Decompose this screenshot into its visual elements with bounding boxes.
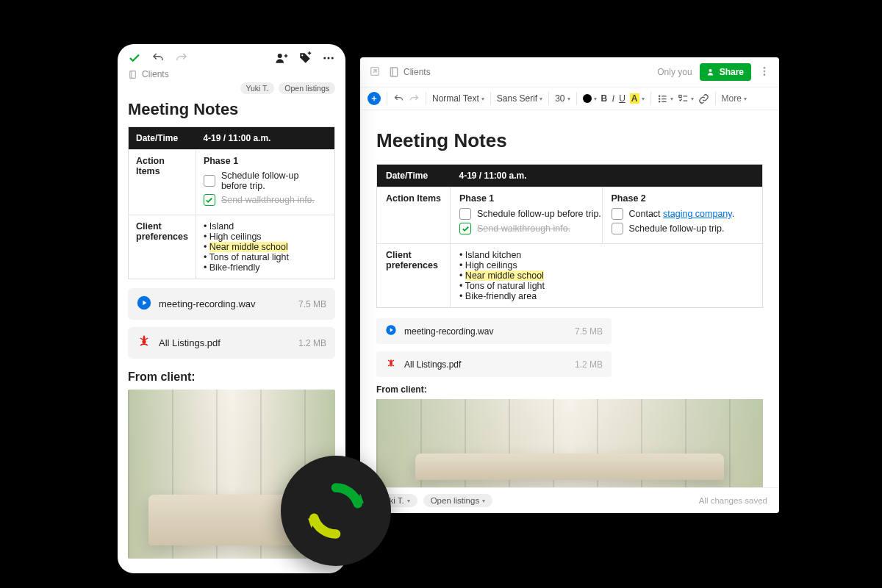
task-row[interactable]: Schedule follow-up before trip. [459, 208, 602, 220]
tag-pill[interactable]: Open listings▾ [423, 494, 492, 507]
note-title[interactable]: Meeting Notes [376, 129, 763, 152]
play-icon[interactable] [137, 295, 151, 312]
overflow-menu-icon[interactable] [322, 51, 335, 65]
insert-button[interactable] [368, 92, 381, 105]
paragraph-style-select[interactable]: Normal Text▾ [432, 93, 484, 104]
desktop-note-view: Clients Only you Share Normal Text▾ [360, 57, 779, 513]
attachment-name: meeting-recording.wav [404, 326, 567, 337]
font-size-select[interactable]: 30▾ [555, 93, 570, 104]
client-photo[interactable] [376, 399, 763, 487]
svg-point-11 [764, 67, 766, 69]
client-prefs-label: Client preferences [377, 244, 451, 308]
task-text: Schedule follow-up trip. [629, 223, 725, 234]
task-row[interactable]: Schedule follow-up trip. [612, 223, 754, 234]
attachment-audio[interactable]: meeting-recording.wav 7.5 MB [376, 318, 612, 344]
header-datetime-value: 4-19 / 11:00 a.m. [451, 165, 763, 187]
note-body[interactable]: Meeting Notes Date/Time 4-19 / 11:00 a.m… [360, 110, 779, 487]
breadcrumb[interactable]: Clients [388, 66, 431, 78]
attachment-pdf[interactable]: All Listings.pdf 1.2 MB [376, 351, 612, 377]
list-item: High ceilings [204, 232, 327, 242]
mobile-tag-row: Yuki T. Open listings [118, 82, 345, 98]
tag-pill[interactable]: Yuki T. [240, 82, 275, 94]
expand-icon[interactable] [369, 65, 381, 79]
breadcrumb-label: Clients [142, 69, 169, 79]
checkbox-unchecked-icon[interactable] [204, 175, 215, 187]
more-formatting-button[interactable]: More▾ [722, 93, 747, 104]
share-person-icon [707, 68, 716, 76]
list-item: Tons of natural light [459, 281, 753, 291]
share-button[interactable]: Share [700, 63, 751, 81]
breadcrumb[interactable]: Clients [118, 68, 345, 82]
desktop-header: Clients Only you Share [360, 57, 779, 87]
svg-point-2 [323, 57, 326, 60]
font-family-select[interactable]: Sans Serif▾ [497, 93, 542, 104]
pdf-icon [137, 334, 151, 351]
add-person-icon[interactable] [275, 51, 288, 65]
attachment-name: meeting-recording.wav [159, 298, 291, 309]
task-row[interactable]: Contact staging company. [612, 208, 754, 220]
list-item: Near middle school [459, 270, 753, 281]
checklist-icon[interactable]: ▾ [678, 93, 694, 104]
redo-icon[interactable] [409, 93, 420, 104]
tag-pill[interactable]: Open listings [279, 82, 335, 94]
mobile-toolbar [118, 44, 345, 68]
undo-icon[interactable] [151, 51, 165, 65]
sync-badge [281, 456, 391, 566]
checkbox-unchecked-icon[interactable] [459, 208, 471, 220]
checkbox-unchecked-icon[interactable] [612, 208, 623, 220]
attachment-size: 1.2 MB [575, 359, 603, 370]
highlight-icon[interactable]: A▾ [630, 93, 645, 104]
italic-icon[interactable]: I [612, 93, 614, 104]
svg-point-12 [764, 70, 766, 72]
checkbox-checked-icon[interactable] [204, 194, 215, 206]
task-row[interactable]: Schedule follow-up before trip. [204, 171, 327, 191]
attachment-pdf[interactable]: All Listings.pdf 1.2 MB [128, 327, 335, 359]
underline-icon[interactable]: U [619, 93, 625, 104]
overflow-menu-icon[interactable] [759, 65, 770, 79]
done-check-icon[interactable] [128, 51, 141, 65]
link-icon[interactable] [698, 93, 709, 104]
staging-company-link[interactable]: staging company [663, 209, 732, 219]
bold-icon[interactable]: B [601, 93, 608, 104]
svg-point-1 [301, 54, 303, 56]
svg-rect-17 [678, 95, 681, 97]
phase-label: Phase 2 [612, 193, 754, 204]
bullet-list-icon[interactable]: ▾ [657, 93, 673, 104]
attachment-size: 7.5 MB [298, 299, 326, 309]
svg-point-13 [764, 74, 766, 76]
client-prefs-cell[interactable]: Island High ceilings Near middle school … [196, 215, 334, 279]
pdf-icon [385, 357, 397, 371]
notebook-icon [388, 66, 400, 78]
attachment-size: 1.2 MB [298, 338, 326, 348]
formatting-toolbar: Normal Text▾ Sans Serif▾ 30▾ ▾ B I U A▾ … [360, 87, 779, 110]
checkbox-checked-icon[interactable] [459, 223, 471, 234]
attachment-name: All Listings.pdf [404, 359, 567, 370]
text-color-picker[interactable]: ▾ [583, 94, 597, 103]
task-row[interactable]: Send walkthrough info. [459, 223, 602, 234]
prefs-list: Island kitchen High ceilings Near middle… [459, 250, 753, 301]
checkbox-unchecked-icon[interactable] [612, 223, 623, 234]
breadcrumb-label: Clients [404, 67, 431, 77]
svg-point-16 [659, 101, 659, 101]
note-title[interactable]: Meeting Notes [118, 98, 345, 126]
phase-label: Phase 1 [459, 193, 602, 204]
from-client-heading: From client: [118, 359, 345, 390]
header-datetime-value: 4-19 / 11:00 a.m. [196, 127, 334, 150]
task-text: Schedule follow-up before trip. [477, 209, 601, 219]
task-row[interactable]: Send walkthrough info. [204, 194, 327, 206]
undo-icon[interactable] [393, 93, 404, 104]
meeting-table: Date/Time 4-19 / 11:00 a.m. Action Items… [128, 126, 335, 279]
header-datetime: Date/Time [377, 165, 451, 187]
save-status: All changes saved [699, 496, 767, 505]
svg-point-14 [659, 96, 659, 96]
phase-label: Phase 1 [204, 156, 327, 166]
redo-icon[interactable] [175, 51, 188, 65]
play-icon[interactable] [385, 324, 397, 338]
list-item: High ceilings [459, 260, 753, 270]
action-items-cell[interactable]: Phase 1 Schedule follow-up before trip. … [196, 150, 334, 215]
add-tag-icon[interactable] [298, 51, 312, 65]
client-prefs-cell[interactable]: Island kitchen High ceilings Near middle… [451, 244, 763, 308]
attachment-audio[interactable]: meeting-recording.wav 7.5 MB [128, 288, 335, 320]
svg-rect-9 [390, 68, 397, 76]
header-datetime: Date/Time [129, 127, 196, 150]
